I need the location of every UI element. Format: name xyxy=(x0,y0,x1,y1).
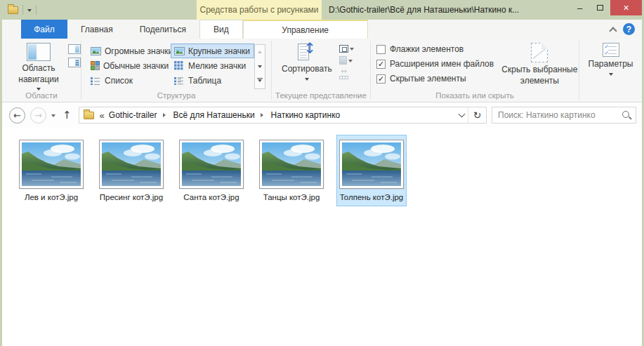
app-folder-icon xyxy=(8,6,18,14)
pic-icon xyxy=(91,47,101,55)
view-option-extra-large-icons[interactable]: Огромные значки xyxy=(87,44,171,58)
navigation-pane-label: Область навигации xyxy=(13,63,64,85)
file-thumbnail xyxy=(259,140,324,189)
explorer-window: Средства работы с рисунками D:\Gothic-tr… xyxy=(0,0,644,346)
file-name: Лев и котЭ.jpg xyxy=(25,192,78,203)
close-button[interactable]: × xyxy=(610,0,642,15)
file-item-4[interactable]: Толпень котЭ.jpg xyxy=(336,135,407,206)
address-bar[interactable]: « Gothic-trailerВсё для НаташенькиНаткин… xyxy=(79,107,487,124)
chevron-down-icon xyxy=(609,73,613,78)
refresh-button[interactable]: ↻ xyxy=(468,107,486,123)
tab-home[interactable]: Главная xyxy=(67,20,126,39)
file-item-1[interactable]: Пресинг котЭ.jpg xyxy=(96,135,166,206)
group-label-layout: Структура xyxy=(81,91,271,100)
breadcrumb-item[interactable]: Всё для Наташеньки xyxy=(173,110,255,120)
navigation-pane-icon xyxy=(27,43,51,61)
breadcrumb-overflow-icon[interactable]: « xyxy=(100,110,105,121)
tab-share[interactable]: Поделиться xyxy=(126,20,199,39)
tab-manage[interactable]: Управление xyxy=(243,20,368,39)
file-item-3[interactable]: Танцы котЭ.jpg xyxy=(256,135,327,206)
search-icon[interactable] xyxy=(622,110,631,120)
ribbon: Область навигации Области Огромные значк… xyxy=(2,39,642,102)
add-columns-icon xyxy=(339,56,347,65)
checkbox-row-2[interactable]: ✓Скрытые элементы xyxy=(376,74,501,84)
group-by-icon xyxy=(339,45,348,53)
group-by-button[interactable] xyxy=(339,45,354,53)
options-button[interactable]: Параметры xyxy=(589,43,633,102)
tab-list: ГлавнаяПоделитьсяВидУправление xyxy=(67,20,368,39)
size-columns-icon: ↔ xyxy=(339,68,349,76)
address-folder-icon xyxy=(84,112,94,119)
up-button[interactable]: ↑ xyxy=(60,109,74,121)
breadcrumb-separator-icon[interactable] xyxy=(261,113,265,117)
group-show-hide: Флажки элементов✓Расширения имен файлов✓… xyxy=(371,39,579,102)
ribbon-controls: ? xyxy=(610,20,642,39)
checkbox-checked-icon[interactable]: ✓ xyxy=(376,74,386,84)
tab-view[interactable]: Вид xyxy=(199,20,243,39)
checkbox-row-0[interactable]: Флажки элементов xyxy=(376,44,501,54)
breadcrumb: « Gothic-trailerВсё для НаташенькиНаткин… xyxy=(79,110,455,121)
size-columns-button: ↔ xyxy=(339,68,354,76)
file-name: Танцы котЭ.jpg xyxy=(263,192,320,203)
view-option-label: Список xyxy=(105,76,133,86)
view-option-list[interactable]: Список xyxy=(87,73,171,88)
details-pane-button[interactable] xyxy=(68,58,81,67)
group-label-panes: Области xyxy=(2,91,81,100)
maximize-button[interactable] xyxy=(590,0,610,15)
breadcrumb-item[interactable]: Gothic-trailer xyxy=(109,110,157,120)
view-option-medium-icons[interactable]: Обычные значки xyxy=(87,58,171,73)
help-icon[interactable]: ? xyxy=(623,23,635,35)
back-button[interactable]: ← xyxy=(9,107,25,124)
search-placeholder: Поиск: Наткино картинко xyxy=(498,110,622,120)
tab-file[interactable]: Файл xyxy=(21,20,67,39)
file-name: Санта котЭ.jpg xyxy=(183,192,239,203)
chevron-down-icon xyxy=(350,48,354,53)
view-option-label: Обычные значки xyxy=(103,61,169,71)
minimize-ribbon-icon[interactable] xyxy=(609,27,617,34)
caption-buttons: – × xyxy=(570,0,642,15)
minimize-button[interactable]: – xyxy=(570,0,590,15)
file-item-2[interactable]: Санта котЭ.jpg xyxy=(176,135,247,206)
pic-icon xyxy=(174,47,185,55)
view-option-small-icons[interactable]: Мелкие значки xyxy=(171,58,254,73)
breadcrumb-item[interactable]: Наткино картинко xyxy=(271,110,341,120)
checkbox-row-1[interactable]: ✓Расширения имен файлов xyxy=(376,59,501,69)
file-thumbnail xyxy=(99,140,164,189)
tiles-icon xyxy=(91,61,100,70)
chevron-down-icon xyxy=(348,60,353,65)
grid-icon xyxy=(174,61,185,70)
address-dropdown-button[interactable] xyxy=(455,107,468,123)
group-layout: Огромные значкиОбычные значкиСписок Круп… xyxy=(81,39,271,102)
view-option-large-icons[interactable]: Крупные значки xyxy=(171,44,254,58)
file-list[interactable]: Лев и котЭ.jpgПресинг котЭ.jpgСанта котЭ… xyxy=(2,128,642,346)
recent-locations-icon[interactable] xyxy=(51,114,55,119)
breadcrumb-separator-icon[interactable] xyxy=(163,113,168,117)
group-options: Параметры xyxy=(579,39,642,102)
options-label: Параметры xyxy=(589,59,633,70)
view-option-label: Мелкие значки xyxy=(188,61,246,71)
group-label-show-hide: Показать или скрыть xyxy=(371,91,579,100)
sort-icon: ↕ xyxy=(298,43,316,62)
checkbox-unchecked-icon[interactable] xyxy=(376,45,386,54)
layout-scroll-up[interactable] xyxy=(255,45,265,60)
checkbox-checked-icon[interactable]: ✓ xyxy=(376,60,386,69)
table-icon xyxy=(174,76,185,85)
search-box[interactable]: Поиск: Наткино картинко xyxy=(492,107,636,124)
checkbox-label: Скрытые элементы xyxy=(390,74,466,84)
divider xyxy=(36,5,37,15)
group-label-current-view: Текущее представление xyxy=(272,91,370,100)
sort-label: Сортировать xyxy=(282,64,332,75)
view-option-details[interactable]: Таблица xyxy=(171,73,254,88)
add-columns-button xyxy=(339,56,354,65)
chevron-down-icon xyxy=(305,78,309,83)
qat-dropdown-icon[interactable] xyxy=(27,9,32,14)
view-option-label: Огромные значки xyxy=(105,46,173,56)
tab-strip: Файл ГлавнаяПоделитьсяВидУправление ? xyxy=(2,20,642,39)
file-item-0[interactable]: Лев и котЭ.jpg xyxy=(16,135,86,206)
layout-more-button[interactable] xyxy=(255,74,265,88)
quick-access-toolbar xyxy=(2,5,37,15)
window-title: D:\Gothic-trailer\Всё для Наташеньки\Нат… xyxy=(329,0,519,20)
file-thumbnail xyxy=(179,140,244,189)
layout-scroll-down[interactable] xyxy=(255,60,265,74)
preview-pane-button[interactable] xyxy=(68,44,81,54)
